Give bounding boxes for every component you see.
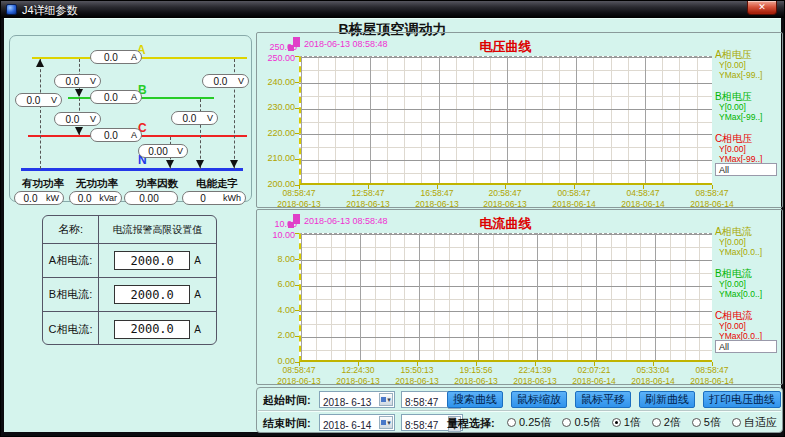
radio-icon[interactable] [562, 418, 571, 427]
y-tick: 6.00 [257, 279, 295, 289]
y-tick: 250.00 [257, 53, 295, 63]
y-axis-ticks [295, 233, 299, 363]
table-header-value: 电流报警高限设置值 [99, 216, 216, 244]
x-tick: 19:15:56 2018-06-13 [446, 365, 506, 387]
legend-item: A相电流 Y[0.00] YMax[0.0..] [715, 226, 783, 257]
range-option-025x[interactable]: 0.25倍 [507, 415, 551, 430]
divider [258, 410, 781, 412]
y-axis-ticks [295, 56, 299, 186]
radio-icon[interactable] [612, 418, 621, 427]
range-option-5x[interactable]: 5倍 [692, 415, 721, 430]
radio-icon[interactable] [507, 418, 516, 427]
reactive-power-pill: 0.0kVar [69, 191, 122, 205]
app-icon [6, 4, 17, 15]
y-tick: 8.00 [257, 254, 295, 264]
measure-line [40, 59, 41, 169]
chart-title: 电压曲线 [299, 38, 712, 56]
x-tick: 08:58:47 2018-06-14 [678, 188, 746, 210]
range-options: 0.25倍 0.5倍 1倍 2倍 5倍 [507, 414, 777, 431]
metric-label: 电能走字 [196, 177, 238, 191]
close-icon[interactable]: ✕ [747, 1, 777, 15]
time-controls-panel: 起始时间: ▾ ▴▾ 搜索曲线 鼠标缩放 鼠标平移 刷新曲线 打印电压曲线 打印… [256, 387, 783, 433]
refresh-curve-button[interactable]: 刷新曲线 [639, 391, 695, 408]
phase-b-limit-input[interactable] [114, 285, 190, 304]
x-tick: 08:58:47 2018-06-13 [269, 365, 329, 387]
legend-item: C相电压 Y[0.00] YMax[-99..] [715, 133, 783, 164]
voltage-pill: 0.00V [138, 144, 188, 158]
action-buttons: 搜索曲线 鼠标缩放 鼠标平移 刷新曲线 打印电压曲线 打印电流曲线 [447, 391, 779, 408]
legend-item: A相电压 Y[0.00] YMax[-99..] [715, 49, 783, 80]
phase-c-limit-input[interactable] [114, 320, 190, 339]
radio-icon[interactable] [692, 418, 701, 427]
mouse-pan-button[interactable]: 鼠标平移 [575, 391, 631, 408]
voltage-pill: 0.0V [54, 112, 101, 126]
x-tick: 08:58:47 2018-06-13 [265, 188, 333, 210]
print-voltage-curve-button[interactable]: 打印电压曲线 [703, 391, 781, 408]
active-power-pill: 0.0kW [14, 191, 64, 205]
x-tick: 00:58:47 2018-06-14 [540, 188, 608, 210]
measure-line [200, 99, 201, 169]
metric-label: 无功功率 [76, 177, 118, 191]
row-label-a: A相电流: [43, 244, 99, 278]
power-diagram-panel: A B C N 0.0A 0.0A 0.0A [9, 35, 252, 202]
phase-a-limit-input[interactable] [114, 251, 190, 270]
voltage-plot-area[interactable] [299, 56, 712, 185]
metric-label: 功率因数 [136, 177, 178, 191]
mouse-zoom-button[interactable]: 鼠标缩放 [511, 391, 567, 408]
x-tick: 16:58:47 2018-06-13 [403, 188, 471, 210]
radio-icon[interactable] [652, 418, 661, 427]
start-time-label: 起始时间: [263, 393, 311, 408]
range-option-2x[interactable]: 2倍 [652, 415, 681, 430]
y-tick: 220.00 [257, 128, 295, 138]
table-header-name: 名称: [43, 216, 99, 244]
row-label-b: B相电流: [43, 278, 99, 312]
arrow-up-icon [36, 59, 44, 67]
title-bar: J4详细参数 ✕ [1, 1, 784, 18]
legend-all-button[interactable]: All [715, 163, 777, 176]
x-tick: 22:41:39 2018-06-13 [505, 365, 565, 387]
current-plot-area[interactable] [299, 233, 712, 362]
x-tick: 12:24:30 2018-06-13 [328, 365, 388, 387]
x-tick: 02:07:21 2018-06-14 [564, 365, 624, 387]
arrow-down-icon [196, 160, 204, 168]
y-tick: 10.00 [257, 230, 295, 240]
phase-n-line [21, 168, 243, 171]
x-tick: 12:58:47 2018-06-13 [334, 188, 402, 210]
x-tick: 15:50:13 2018-06-13 [387, 365, 447, 387]
voltage-legend: A相电压 Y[0.00] YMax[-99..] B相电压 Y[0.00] YM… [715, 49, 783, 175]
y-tick: 2.00 [257, 330, 295, 340]
energy-meter-pill: 0kWh [182, 191, 246, 205]
x-tick: 05:33:04 2018-06-14 [623, 365, 683, 387]
range-option-05x[interactable]: 0.5倍 [562, 415, 600, 430]
arrow-down-icon [230, 160, 238, 168]
x-tick: 08:58:47 2018-06-14 [682, 365, 742, 387]
arrow-down-icon [166, 160, 174, 168]
end-time-label: 结束时间: [263, 416, 311, 431]
radio-icon[interactable] [732, 418, 741, 427]
table-row: A [99, 312, 216, 345]
window-title: J4详细参数 [22, 3, 78, 18]
voltage-pill: 0.0V [202, 74, 249, 88]
y-tick: 4.00 [257, 305, 295, 315]
voltage-pill: 0.0V [171, 111, 218, 125]
calendar-dropdown-icon[interactable]: ▾ [379, 416, 393, 429]
legend-all-button[interactable]: All [715, 340, 777, 353]
voltage-chart-panel: 250.00 2018-06-13 08:58:48 电压曲线 250.00 2… [256, 32, 783, 208]
main-content: B栋屋顶空调动力 A B C N 0.0A [4, 18, 781, 432]
y-tick: 240.00 [257, 77, 295, 87]
row-label-c: C相电流: [43, 312, 99, 345]
power-factor-pill: 0.00 [124, 191, 178, 205]
calendar-dropdown-icon[interactable]: ▾ [379, 393, 393, 406]
range-option-1x[interactable]: 1倍 [612, 415, 641, 430]
arrow-down-icon [75, 89, 83, 97]
start-date-field: ▾ [319, 391, 395, 408]
current-chart-panel: 10.00 2018-06-13 08:58:48 电流曲线 10.00 8.0… [256, 209, 783, 385]
app-window: J4详细参数 ✕ B栋屋顶空调动力 A B C N [0, 0, 785, 437]
search-curve-button[interactable]: 搜索曲线 [447, 391, 503, 408]
phase-c-current-pill: 0.0A [90, 128, 142, 142]
legend-item: B相电流 Y[0.00] YMax[0.0..] [715, 268, 783, 299]
arrow-down-icon [75, 127, 83, 135]
chart-title: 电流曲线 [299, 215, 712, 233]
range-option-auto[interactable]: 自适应 [732, 415, 777, 430]
x-tick: 04:58:47 2018-06-14 [609, 188, 677, 210]
